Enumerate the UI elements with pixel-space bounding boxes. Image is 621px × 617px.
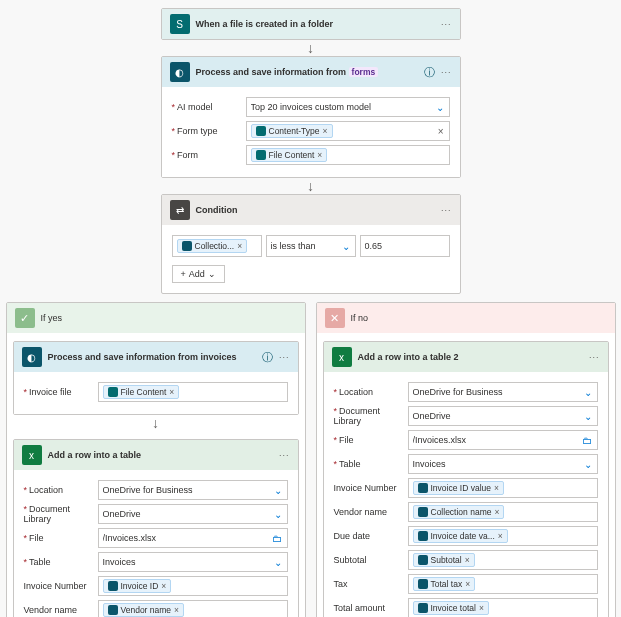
card-header[interactable]: ◐ Process and save information from invo…: [14, 342, 298, 372]
clear-icon[interactable]: ×: [438, 126, 444, 137]
card-title: Condition: [196, 205, 435, 215]
add-condition-button[interactable]: + Add ⌄: [172, 265, 225, 283]
token-content-type: Content-Type×: [251, 124, 333, 138]
branch-header[interactable]: ✕ If no: [317, 303, 615, 333]
ellipsis-icon[interactable]: ···: [441, 205, 452, 215]
sharepoint-icon: S: [170, 14, 190, 34]
token-file-content: File Content×: [251, 148, 328, 162]
table-dropdown[interactable]: Invoices⌄: [408, 454, 598, 474]
location-label: Location: [334, 387, 402, 397]
excel-add-row-card: x Add a row into a table ··· Location On…: [13, 439, 299, 617]
chevron-down-icon: ⌄: [342, 241, 350, 252]
token-collection: Collectio...×: [177, 239, 248, 253]
doclib-dropdown[interactable]: OneDrive⌄: [408, 406, 598, 426]
vendor-label: Vendor name: [334, 507, 402, 517]
branch-title: If yes: [41, 313, 63, 323]
excel-add-row-2-card: x Add a row into a table 2 ··· Location …: [323, 341, 609, 617]
remove-token-icon: ×: [317, 150, 322, 160]
condition-icon: ⇄: [170, 200, 190, 220]
file-label: File: [334, 435, 402, 445]
table-label: Table: [24, 557, 92, 567]
folder-icon: 🗀: [272, 533, 282, 544]
ai-process-forms-card: ◐ Process and save information from form…: [161, 56, 461, 178]
ellipsis-icon[interactable]: ···: [441, 67, 452, 77]
info-icon[interactable]: ⓘ: [424, 65, 435, 80]
ellipsis-icon[interactable]: ···: [279, 450, 290, 460]
condition-card: ⇄ Condition ··· Collectio...× is less th…: [161, 194, 461, 294]
card-header[interactable]: ◐ Process and save information from form…: [162, 57, 460, 87]
invoice-file-label: Invoice file: [24, 387, 92, 397]
table-dropdown[interactable]: Invoices⌄: [98, 552, 288, 572]
branch-header[interactable]: ✓ If yes: [7, 303, 305, 333]
due-input[interactable]: Invoice date va...×: [408, 526, 598, 546]
doclib-label: Document Library: [24, 504, 92, 524]
tax-input[interactable]: Total tax×: [408, 574, 598, 594]
card-header[interactable]: x Add a row into a table ···: [14, 440, 298, 470]
card-header[interactable]: x Add a row into a table 2 ···: [324, 342, 608, 372]
if-no-branch: ✕ If no x Add a row into a table 2 ··· L…: [316, 302, 616, 617]
ellipsis-icon[interactable]: ···: [279, 352, 290, 362]
vendor-input[interactable]: Collection name×: [408, 502, 598, 522]
subtotal-input[interactable]: Subtotal×: [408, 550, 598, 570]
invno-label: Invoice Number: [24, 581, 92, 591]
vendor-input[interactable]: Vendor name×: [98, 600, 288, 617]
ai-builder-icon: ◐: [22, 347, 42, 367]
excel-icon: x: [22, 445, 42, 465]
arrow-down-icon: ↓: [307, 180, 314, 192]
subtotal-label: Subtotal: [334, 555, 402, 565]
doclib-label: Document Library: [334, 406, 402, 426]
ai-builder-icon: ◐: [170, 62, 190, 82]
ai-model-label: AI model: [172, 102, 240, 112]
chevron-down-icon: ⌄: [436, 102, 444, 113]
file-label: File: [24, 533, 92, 543]
trigger-title: When a file is created in a folder: [196, 19, 435, 29]
if-yes-branch: ✓ If yes ◐ Process and save information …: [6, 302, 306, 617]
invno-input[interactable]: Invoice ID value×: [408, 478, 598, 498]
location-dropdown[interactable]: OneDrive for Business⌄: [408, 382, 598, 402]
folder-icon: 🗀: [582, 435, 592, 446]
chevron-down-icon: ⌄: [208, 269, 216, 279]
invno-label: Invoice Number: [334, 483, 402, 493]
arrow-down-icon: ↓: [307, 42, 314, 54]
plus-icon: +: [181, 269, 186, 279]
form-type-label: Form type: [172, 126, 240, 136]
vendor-label: Vendor name: [24, 605, 92, 615]
card-title: Add a row into a table 2: [358, 352, 583, 362]
location-label: Location: [24, 485, 92, 495]
total-label: Total amount: [334, 603, 402, 613]
invoice-file-input[interactable]: File Content×: [98, 382, 288, 402]
trigger-card[interactable]: S When a file is created in a folder ···: [161, 8, 461, 40]
total-input[interactable]: Invoice total×: [408, 598, 598, 617]
invno-input[interactable]: Invoice ID×: [98, 576, 288, 596]
card-header[interactable]: ⇄ Condition ···: [162, 195, 460, 225]
file-picker[interactable]: /Invoices.xlsx🗀: [408, 430, 598, 450]
arrow-down-icon: ↓: [152, 417, 159, 429]
form-label: Form: [172, 150, 240, 160]
tax-label: Tax: [334, 579, 402, 589]
location-dropdown[interactable]: OneDrive for Business⌄: [98, 480, 288, 500]
ai-model-dropdown[interactable]: Top 20 invoices custom model⌄: [246, 97, 450, 117]
form-input[interactable]: File Content×: [246, 145, 450, 165]
card-title: Process and save information from invoic…: [48, 352, 256, 362]
close-icon: ✕: [325, 308, 345, 328]
info-icon[interactable]: ⓘ: [262, 350, 273, 365]
file-picker[interactable]: /Invoices.xlsx🗀: [98, 528, 288, 548]
branch-title: If no: [351, 313, 369, 323]
check-icon: ✓: [15, 308, 35, 328]
ellipsis-icon[interactable]: ···: [441, 19, 452, 29]
due-label: Due date: [334, 531, 402, 541]
card-title: Add a row into a table: [48, 450, 273, 460]
table-label: Table: [334, 459, 402, 469]
excel-icon: x: [332, 347, 352, 367]
ai-process-invoices-card: ◐ Process and save information from invo…: [13, 341, 299, 415]
condition-left-input[interactable]: Collectio...×: [172, 235, 262, 257]
doclib-dropdown[interactable]: OneDrive⌄: [98, 504, 288, 524]
card-title: Process and save information from forms: [196, 67, 418, 77]
condition-value-input[interactable]: 0.65: [360, 235, 450, 257]
form-type-input[interactable]: Content-Type× ×: [246, 121, 450, 141]
condition-operator-dropdown[interactable]: is less than⌄: [266, 235, 356, 257]
remove-token-icon: ×: [323, 126, 328, 136]
ellipsis-icon[interactable]: ···: [589, 352, 600, 362]
